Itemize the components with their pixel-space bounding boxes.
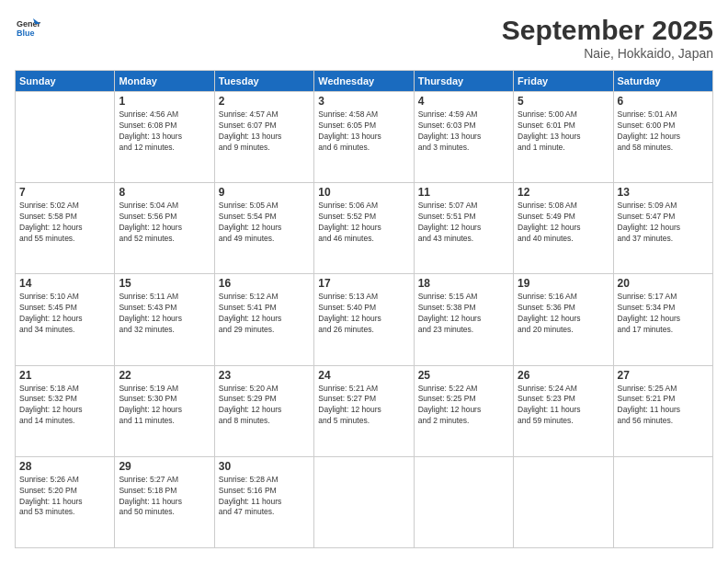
svg-text:Blue: Blue (17, 29, 35, 38)
header-sunday: Sunday (16, 71, 115, 92)
day-number: 4 (418, 95, 509, 108)
day-info: Sunrise: 5:19 AMSunset: 5:30 PMDaylight:… (119, 384, 210, 428)
day-info: Sunrise: 5:24 AMSunset: 5:23 PMDaylight:… (518, 384, 609, 428)
table-row: 17Sunrise: 5:13 AMSunset: 5:40 PMDayligh… (314, 274, 414, 365)
day-info: Sunrise: 5:27 AMSunset: 5:18 PMDaylight:… (119, 475, 210, 519)
header-tuesday: Tuesday (214, 71, 313, 92)
day-info: Sunrise: 5:22 AMSunset: 5:25 PMDaylight:… (418, 384, 509, 428)
day-info: Sunrise: 5:21 AMSunset: 5:27 PMDaylight:… (318, 384, 409, 428)
calendar-week-row: 21Sunrise: 5:18 AMSunset: 5:32 PMDayligh… (16, 365, 713, 456)
calendar-week-row: 14Sunrise: 5:10 AMSunset: 5:45 PMDayligh… (16, 274, 713, 365)
day-info: Sunrise: 4:59 AMSunset: 6:03 PMDaylight:… (418, 109, 509, 154)
table-row: 13Sunrise: 5:09 AMSunset: 5:47 PMDayligh… (613, 183, 712, 274)
location: Naie, Hokkaido, Japan (502, 46, 713, 61)
table-row (514, 456, 613, 547)
table-row: 23Sunrise: 5:20 AMSunset: 5:29 PMDayligh… (214, 365, 313, 456)
logo-icon: General Blue (15, 15, 40, 40)
table-row: 10Sunrise: 5:06 AMSunset: 5:52 PMDayligh… (314, 183, 414, 274)
calendar-page: General Blue September 2025 Naie, Hokkai… (0, 0, 728, 563)
day-number: 21 (19, 369, 110, 382)
table-row: 26Sunrise: 5:24 AMSunset: 5:23 PMDayligh… (514, 365, 613, 456)
table-row (414, 456, 513, 547)
table-row: 28Sunrise: 5:26 AMSunset: 5:20 PMDayligh… (16, 456, 115, 547)
day-number: 23 (219, 369, 310, 382)
header-thursday: Thursday (414, 71, 513, 92)
day-info: Sunrise: 5:06 AMSunset: 5:52 PMDaylight:… (318, 201, 409, 245)
table-row: 9Sunrise: 5:05 AMSunset: 5:54 PMDaylight… (214, 183, 313, 274)
day-info: Sunrise: 5:04 AMSunset: 5:56 PMDaylight:… (119, 201, 210, 245)
header-friday: Friday (514, 71, 613, 92)
table-row: 21Sunrise: 5:18 AMSunset: 5:32 PMDayligh… (16, 365, 115, 456)
day-number: 13 (618, 186, 709, 199)
day-info: Sunrise: 5:08 AMSunset: 5:49 PMDaylight:… (518, 201, 609, 245)
day-info: Sunrise: 5:20 AMSunset: 5:29 PMDaylight:… (219, 384, 310, 428)
day-number: 1 (119, 95, 210, 108)
day-number: 27 (618, 369, 709, 382)
header: General Blue September 2025 Naie, Hokkai… (15, 15, 713, 61)
day-number: 25 (418, 369, 509, 382)
day-info: Sunrise: 5:01 AMSunset: 6:00 PMDaylight:… (618, 109, 709, 154)
day-number: 9 (219, 186, 310, 199)
table-row: 15Sunrise: 5:11 AMSunset: 5:43 PMDayligh… (115, 274, 214, 365)
day-info: Sunrise: 5:02 AMSunset: 5:58 PMDaylight:… (19, 201, 110, 245)
day-info: Sunrise: 4:57 AMSunset: 6:07 PMDaylight:… (219, 109, 310, 154)
day-number: 17 (318, 277, 409, 290)
day-number: 12 (518, 186, 609, 199)
header-saturday: Saturday (613, 71, 712, 92)
day-info: Sunrise: 5:00 AMSunset: 6:01 PMDaylight:… (518, 109, 609, 154)
day-number: 29 (119, 460, 210, 473)
day-number: 14 (19, 277, 110, 290)
table-row: 22Sunrise: 5:19 AMSunset: 5:30 PMDayligh… (115, 365, 214, 456)
table-row: 18Sunrise: 5:15 AMSunset: 5:38 PMDayligh… (414, 274, 513, 365)
table-row (314, 456, 414, 547)
calendar-table: Sunday Monday Tuesday Wednesday Thursday… (15, 70, 713, 548)
day-number: 26 (518, 369, 609, 382)
day-number: 24 (318, 369, 409, 382)
day-info: Sunrise: 5:18 AMSunset: 5:32 PMDaylight:… (19, 384, 110, 428)
day-info: Sunrise: 5:13 AMSunset: 5:40 PMDaylight:… (318, 292, 409, 336)
table-row: 14Sunrise: 5:10 AMSunset: 5:45 PMDayligh… (16, 274, 115, 365)
table-row: 3Sunrise: 4:58 AMSunset: 6:05 PMDaylight… (314, 92, 414, 183)
day-number: 30 (219, 460, 310, 473)
day-number: 28 (19, 460, 110, 473)
table-row: 12Sunrise: 5:08 AMSunset: 5:49 PMDayligh… (514, 183, 613, 274)
table-row: 2Sunrise: 4:57 AMSunset: 6:07 PMDaylight… (214, 92, 313, 183)
day-number: 15 (119, 277, 210, 290)
table-row: 11Sunrise: 5:07 AMSunset: 5:51 PMDayligh… (414, 183, 513, 274)
table-row: 4Sunrise: 4:59 AMSunset: 6:03 PMDaylight… (414, 92, 513, 183)
day-info: Sunrise: 5:05 AMSunset: 5:54 PMDaylight:… (219, 201, 310, 245)
table-row: 29Sunrise: 5:27 AMSunset: 5:18 PMDayligh… (115, 456, 214, 547)
day-number: 18 (418, 277, 509, 290)
table-row: 6Sunrise: 5:01 AMSunset: 6:00 PMDaylight… (613, 92, 712, 183)
day-number: 16 (219, 277, 310, 290)
table-row: 16Sunrise: 5:12 AMSunset: 5:41 PMDayligh… (214, 274, 313, 365)
calendar-week-row: 7Sunrise: 5:02 AMSunset: 5:58 PMDaylight… (16, 183, 713, 274)
day-number: 11 (418, 186, 509, 199)
table-row (613, 456, 712, 547)
day-number: 3 (318, 95, 409, 108)
table-row (16, 92, 115, 183)
title-block: September 2025 Naie, Hokkaido, Japan (502, 15, 713, 61)
day-number: 2 (219, 95, 310, 108)
header-monday: Monday (115, 71, 214, 92)
day-info: Sunrise: 5:26 AMSunset: 5:20 PMDaylight:… (19, 475, 110, 519)
month-title: September 2025 (502, 15, 713, 46)
day-info: Sunrise: 5:11 AMSunset: 5:43 PMDaylight:… (119, 292, 210, 336)
day-number: 5 (518, 95, 609, 108)
day-number: 20 (618, 277, 709, 290)
day-info: Sunrise: 5:07 AMSunset: 5:51 PMDaylight:… (418, 201, 509, 245)
table-row: 7Sunrise: 5:02 AMSunset: 5:58 PMDaylight… (16, 183, 115, 274)
table-row: 20Sunrise: 5:17 AMSunset: 5:34 PMDayligh… (613, 274, 712, 365)
table-row: 30Sunrise: 5:28 AMSunset: 5:16 PMDayligh… (214, 456, 313, 547)
day-info: Sunrise: 5:17 AMSunset: 5:34 PMDaylight:… (618, 292, 709, 336)
day-info: Sunrise: 5:10 AMSunset: 5:45 PMDaylight:… (19, 292, 110, 336)
logo: General Blue (15, 15, 42, 40)
header-wednesday: Wednesday (314, 71, 414, 92)
day-info: Sunrise: 5:12 AMSunset: 5:41 PMDaylight:… (219, 292, 310, 336)
day-info: Sunrise: 5:25 AMSunset: 5:21 PMDaylight:… (618, 384, 709, 428)
table-row: 19Sunrise: 5:16 AMSunset: 5:36 PMDayligh… (514, 274, 613, 365)
table-row: 5Sunrise: 5:00 AMSunset: 6:01 PMDaylight… (514, 92, 613, 183)
day-number: 6 (618, 95, 709, 108)
day-number: 7 (19, 186, 110, 199)
day-number: 8 (119, 186, 210, 199)
